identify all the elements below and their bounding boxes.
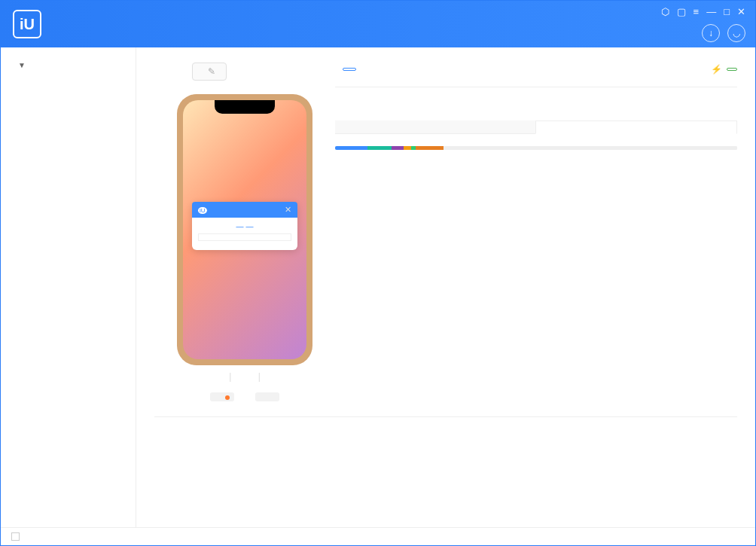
device-selector[interactable]: ▼ [1, 55, 136, 78]
menu-icon[interactable]: ≡ [694, 6, 700, 17]
storage-bar [335, 146, 737, 150]
extra-controls: ↓ ◡ [702, 24, 745, 42]
phone-actions: | | [154, 371, 335, 382]
logo-area: iU [1, 10, 136, 38]
phone-tab[interactable]: ✎ [192, 63, 227, 81]
popup-close-icon[interactable]: ✕ [285, 205, 291, 215]
app-logo-icon: iU [13, 10, 41, 38]
statusbar [1, 527, 755, 546]
minimize-icon[interactable]: — [706, 6, 716, 17]
battery-level [727, 68, 737, 71]
detail-button[interactable] [255, 392, 279, 401]
close-icon[interactable]: ✕ [737, 6, 745, 17]
tab-disk-capacity[interactable] [535, 120, 737, 134]
recycle-popup: iU ✕ — — [192, 202, 297, 250]
sidebar: ▼ [1, 47, 136, 527]
storage-text [335, 134, 737, 146]
download-icon[interactable]: ↓ [702, 24, 720, 42]
window-controls: ⬡ ▢ ≡ — □ ✕ [661, 6, 756, 17]
phone-mockup: iU ✕ — — [177, 94, 312, 365]
titlebar: iU ⬡ ▢ ≡ — □ ✕ ↓ ◡ [1, 1, 755, 47]
block-itunes-checkbox[interactable] [11, 532, 23, 541]
main-content: ✎ iU ✕ — — [136, 47, 755, 527]
report-button[interactable] [210, 392, 234, 401]
quick-actions [154, 416, 737, 447]
maximize-icon[interactable]: □ [724, 6, 730, 17]
bolt-icon: ⚡ [711, 64, 722, 75]
chevron-down-icon: ▼ [18, 61, 26, 69]
popup-price [198, 233, 291, 241]
user-icon[interactable]: ◡ [727, 24, 745, 42]
edit-icon: ✎ [208, 66, 215, 77]
storage-badge [343, 68, 356, 71]
skin-icon[interactable]: ⬡ [661, 6, 669, 17]
tab-inspection-report[interactable] [335, 120, 535, 133]
note-icon[interactable]: ▢ [677, 6, 686, 17]
